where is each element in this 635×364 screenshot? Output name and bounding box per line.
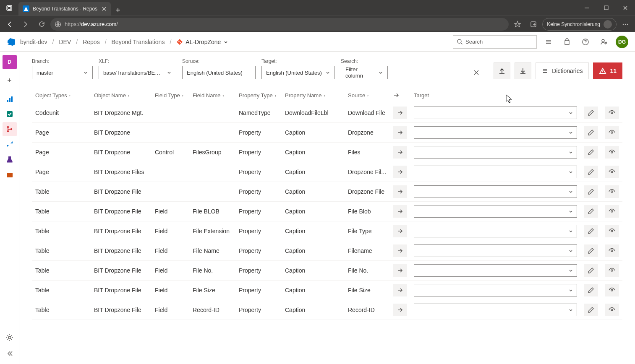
- edit-button[interactable]: [584, 185, 598, 198]
- edit-button[interactable]: [584, 166, 598, 178]
- refresh-button[interactable]: [34, 17, 49, 31]
- tab-actions-icon[interactable]: [3, 2, 15, 14]
- edit-button[interactable]: [584, 225, 598, 237]
- warnings-button[interactable]: 11: [593, 62, 622, 79]
- view-button[interactable]: [605, 146, 619, 159]
- boards-icon[interactable]: [3, 107, 17, 121]
- marketplace-icon[interactable]: [560, 35, 574, 49]
- edit-button[interactable]: [584, 126, 598, 139]
- view-button[interactable]: [605, 166, 619, 178]
- dictionaries-button[interactable]: Dictionaries: [536, 62, 589, 79]
- column-object-name[interactable]: Object Name↑: [91, 88, 152, 103]
- copy-source-button[interactable]: [393, 107, 407, 119]
- target-input[interactable]: [414, 166, 577, 178]
- download-button[interactable]: [515, 62, 531, 79]
- breadcrumb-area[interactable]: Repos: [83, 39, 99, 45]
- user-avatar[interactable]: DG: [616, 36, 628, 48]
- browser-tab[interactable]: Beyond Translations - Repos: [18, 2, 111, 16]
- column-target[interactable]: Target: [410, 88, 580, 103]
- column-field-type[interactable]: Field Type↑: [152, 88, 189, 103]
- user-settings-icon[interactable]: [597, 35, 611, 49]
- column-source[interactable]: Source↑: [345, 88, 389, 103]
- target-input[interactable]: [414, 205, 577, 218]
- address-bar[interactable]: https://dev.azure.com/: [50, 18, 509, 31]
- copy-source-button[interactable]: [393, 304, 407, 316]
- target-input[interactable]: [414, 126, 577, 139]
- target-input[interactable]: [414, 264, 577, 277]
- site-info-icon[interactable]: [55, 21, 61, 28]
- view-button[interactable]: [605, 225, 619, 237]
- edit-button[interactable]: [584, 205, 598, 218]
- edit-button[interactable]: [584, 264, 598, 277]
- help-icon[interactable]: [579, 35, 592, 49]
- edit-button[interactable]: [584, 244, 598, 257]
- more-button[interactable]: [618, 17, 632, 31]
- back-button[interactable]: [3, 17, 17, 31]
- search-input[interactable]: Search: [453, 35, 537, 49]
- view-button[interactable]: [605, 244, 619, 257]
- azure-devops-logo-icon[interactable]: [7, 37, 16, 47]
- copy-source-button[interactable]: [393, 244, 407, 257]
- breadcrumb-page[interactable]: Beyond Translations: [112, 39, 165, 45]
- view-button[interactable]: [605, 284, 619, 296]
- overview-icon[interactable]: [3, 92, 17, 106]
- breadcrumb-org[interactable]: byndit-dev: [20, 39, 47, 45]
- column-property-name[interactable]: Property Name↑: [282, 88, 345, 103]
- add-item-button[interactable]: +: [3, 73, 17, 88]
- repos-icon[interactable]: [3, 122, 17, 136]
- view-button[interactable]: [605, 185, 619, 198]
- copy-source-button[interactable]: [393, 166, 407, 178]
- copy-source-button[interactable]: [393, 205, 407, 218]
- column-property-type[interactable]: Property Type↑: [235, 88, 282, 103]
- source-dropdown[interactable]: English (United States): [182, 66, 256, 79]
- work-items-icon[interactable]: [542, 35, 555, 49]
- artifacts-icon[interactable]: [3, 167, 17, 182]
- test-plans-icon[interactable]: [3, 152, 17, 166]
- edit-button[interactable]: [584, 107, 598, 119]
- view-button[interactable]: [605, 205, 619, 218]
- branch-dropdown[interactable]: master: [32, 66, 93, 79]
- copy-source-button[interactable]: [393, 284, 407, 296]
- target-input[interactable]: [414, 146, 577, 159]
- copy-source-button[interactable]: [393, 225, 407, 237]
- view-button[interactable]: [605, 126, 619, 139]
- column-object-types[interactable]: Object Types↑: [32, 88, 91, 103]
- column-copy-all[interactable]: [389, 88, 410, 103]
- target-input[interactable]: [414, 107, 577, 119]
- view-button[interactable]: [605, 107, 619, 119]
- copy-source-button[interactable]: [393, 185, 407, 198]
- xlf-dropdown[interactable]: base/Translations/BEYO...: [99, 66, 176, 79]
- favorites-button[interactable]: [510, 17, 525, 31]
- new-tab-button[interactable]: [111, 7, 125, 13]
- minimize-button[interactable]: [577, 0, 596, 16]
- view-button[interactable]: [605, 304, 619, 316]
- project-icon[interactable]: D: [3, 55, 17, 69]
- filter-column-dropdown[interactable]: Filter column: [341, 66, 388, 79]
- edit-button[interactable]: [584, 304, 598, 316]
- collapse-rail-icon[interactable]: [3, 346, 17, 361]
- target-dropdown[interactable]: English (United States): [261, 66, 335, 79]
- pipelines-icon[interactable]: [3, 137, 17, 151]
- edit-button[interactable]: [584, 284, 598, 296]
- target-input[interactable]: [414, 304, 577, 316]
- close-tab-icon[interactable]: [102, 6, 107, 11]
- filter-text-input[interactable]: [388, 66, 461, 79]
- profile-sync-button[interactable]: Keine Synchronisierung: [542, 18, 617, 31]
- upload-button[interactable]: [494, 62, 510, 79]
- copy-source-button[interactable]: [393, 264, 407, 277]
- view-button[interactable]: [605, 264, 619, 277]
- clear-filter-button[interactable]: [470, 66, 483, 79]
- column-field-name[interactable]: Field Name↑: [189, 88, 235, 103]
- target-input[interactable]: [414, 225, 577, 237]
- forward-button[interactable]: [18, 17, 33, 31]
- target-input[interactable]: [414, 284, 577, 296]
- target-input[interactable]: [414, 244, 577, 257]
- settings-icon[interactable]: [3, 330, 17, 345]
- close-window-button[interactable]: [616, 0, 635, 16]
- maximize-button[interactable]: [596, 0, 616, 16]
- collections-button[interactable]: [526, 17, 541, 31]
- copy-source-button[interactable]: [393, 146, 407, 159]
- breadcrumb-repo-selector[interactable]: AL-DropZone: [176, 39, 228, 45]
- target-input[interactable]: [414, 185, 577, 198]
- breadcrumb-project[interactable]: DEV: [59, 39, 71, 45]
